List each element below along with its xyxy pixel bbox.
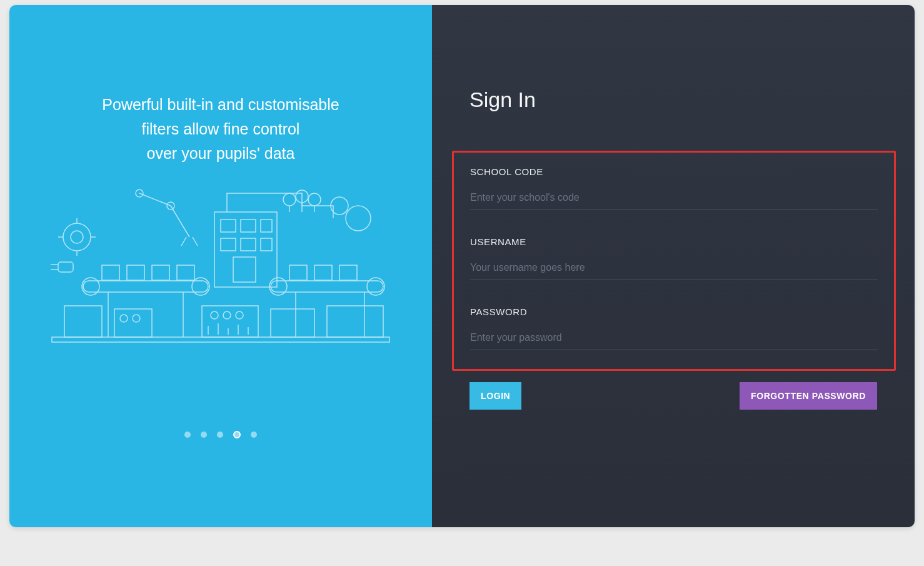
svg-point-2 (71, 231, 83, 243)
signin-panel: Sign In SCHOOL CODE USERNAME PASSWORD LO… (432, 5, 915, 527)
svg-point-47 (133, 315, 140, 322)
svg-rect-30 (271, 281, 383, 292)
svg-rect-17 (221, 238, 236, 251)
school-code-group: SCHOOL CODE (470, 166, 878, 210)
svg-point-51 (236, 311, 243, 319)
svg-rect-57 (271, 309, 314, 337)
login-container: Powerful built-in and customisable filte… (9, 5, 915, 527)
username-input[interactable] (470, 258, 878, 280)
svg-point-25 (308, 193, 321, 206)
svg-rect-38 (314, 265, 332, 280)
carousel-dot-1[interactable] (201, 432, 207, 438)
svg-point-31 (269, 278, 287, 295)
promo-illustration (46, 178, 396, 371)
svg-rect-44 (64, 306, 102, 337)
forgotten-password-button[interactable]: FORGOTTEN PASSWORD (740, 382, 877, 410)
promo-panel: Powerful built-in and customisable filte… (9, 5, 432, 527)
carousel-dot-2[interactable] (217, 432, 223, 438)
svg-rect-36 (177, 265, 194, 280)
svg-rect-58 (327, 306, 383, 337)
svg-point-49 (211, 311, 218, 319)
svg-rect-15 (241, 220, 256, 232)
svg-rect-18 (241, 238, 256, 251)
button-row: LOGIN FORGOTTEN PASSWORD (470, 382, 877, 410)
svg-line-9 (139, 193, 171, 206)
password-label: PASSWORD (470, 306, 878, 317)
svg-rect-20 (233, 257, 256, 282)
svg-rect-45 (114, 309, 152, 337)
username-group: USERNAME (470, 236, 878, 280)
svg-rect-39 (339, 265, 357, 280)
svg-point-1 (63, 223, 91, 251)
school-code-input[interactable] (470, 188, 878, 210)
promo-line-3: over your pupils' data (147, 144, 295, 162)
password-group: PASSWORD (470, 306, 878, 350)
username-label: USERNAME (470, 236, 878, 247)
svg-rect-59 (58, 262, 73, 272)
svg-point-50 (223, 311, 231, 319)
svg-rect-34 (127, 265, 144, 280)
svg-rect-33 (102, 265, 119, 280)
school-code-label: SCHOOL CODE (470, 166, 878, 177)
svg-point-28 (82, 278, 99, 295)
promo-line-2: filters allow fine control (142, 120, 300, 138)
promo-line-1: Powerful built-in and customisable (102, 96, 339, 113)
svg-rect-48 (202, 306, 258, 337)
svg-rect-0 (52, 337, 389, 342)
carousel-dots (184, 432, 257, 438)
carousel-dot-4[interactable] (251, 432, 257, 438)
svg-rect-35 (152, 265, 169, 280)
svg-rect-16 (261, 220, 272, 232)
svg-line-10 (171, 206, 189, 237)
svg-rect-14 (221, 220, 236, 232)
svg-point-46 (120, 315, 128, 322)
svg-rect-27 (83, 281, 208, 292)
signin-title: Sign In (470, 88, 877, 112)
svg-rect-13 (214, 212, 277, 287)
svg-rect-19 (261, 238, 272, 251)
svg-point-8 (346, 206, 371, 231)
promo-text: Powerful built-in and customisable filte… (102, 93, 339, 165)
carousel-dot-0[interactable] (184, 432, 191, 438)
svg-rect-37 (289, 265, 307, 280)
svg-point-21 (283, 193, 296, 206)
password-input[interactable] (470, 328, 878, 350)
carousel-dot-3[interactable] (233, 431, 241, 438)
signin-form-highlight: SCHOOL CODE USERNAME PASSWORD (452, 151, 896, 371)
svg-point-32 (367, 278, 384, 295)
login-button[interactable]: LOGIN (470, 382, 521, 410)
